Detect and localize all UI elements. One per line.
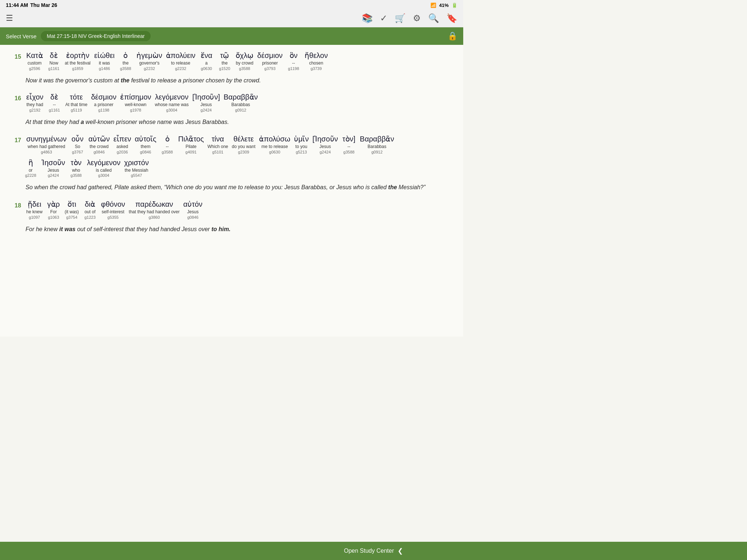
verse-18-block: 18 ᾔδει he knew g1097 γὰρ For g1063 ὅτι … <box>15 199 449 234</box>
word-group: εἰώθει it was g1486 <box>94 51 115 71</box>
word-group: Βαραββᾶν Barabbas g0912 <box>360 134 394 154</box>
header-bar: Select Verse Mat 27:15-18 NIV Greek-Engl… <box>0 27 463 45</box>
main-content: 15 Κατὰ custom g2596 δὲ Now g1161 ἑορτὴν… <box>0 45 463 337</box>
menu-icon[interactable]: ☰ <box>6 13 13 23</box>
status-day: Thu Mar 26 <box>30 2 57 8</box>
verse-17-row: 17 συνηγμένων when had gathered g4863 οὖ… <box>15 134 449 156</box>
bookmark-icon[interactable]: 🔖 <box>446 13 457 23</box>
status-time: 11:44 AM <box>6 2 28 8</box>
lock-icon: 🔒 <box>448 31 457 40</box>
word-group: χριστόν the Messiah g5547 <box>124 158 149 178</box>
word-group: δὲ -- g1161 <box>47 92 62 112</box>
verse-15-block: 15 Κατὰ custom g2596 δὲ Now g1161 ἑορτὴν… <box>15 51 449 85</box>
verse-17-translation: So when the crowd had gathered, Pilate a… <box>26 183 449 192</box>
check-icon[interactable]: ✓ <box>380 13 387 23</box>
word-group: [Ἰησοῦν] Jesus g2424 <box>192 92 220 112</box>
word-group: ἤθελον chosen g3739 <box>305 51 328 71</box>
word-group: ὁ the g3588 <box>118 51 133 71</box>
verse-17-block: 17 συνηγμένων when had gathered g4863 οὖ… <box>15 134 449 192</box>
word-group: ὁ -- g3588 <box>160 134 175 154</box>
word-group: οὖν So g3767 <box>70 134 85 154</box>
word-group: δέσμιον prisoner g3793 <box>257 51 282 71</box>
settings-icon[interactable]: ⚙ <box>413 13 421 23</box>
word-group: λεγόμενον whose name was g3004 <box>155 92 189 112</box>
word-group: ἑορτὴν at the festival g1859 <box>65 51 91 71</box>
verse-17-words: συνηγμένων when had gathered g4863 οὖν S… <box>26 134 398 156</box>
word-group: Βαραββᾶν Barabbas g0912 <box>224 92 258 112</box>
verse-16-row: 16 εἶχον they had g2192 δὲ -- g1161 τότε… <box>15 92 449 114</box>
word-group: τότε At that time g5119 <box>65 92 88 112</box>
word-group: ὃν -- g1198 <box>286 51 301 71</box>
word-group: εἶχον they had g2192 <box>26 92 43 112</box>
word-group: ὑμῖν to you g5213 <box>294 134 309 154</box>
word-group: τὸν] -- g3588 <box>342 134 356 154</box>
verse-17-words2: ἢ or g2228 Ἰησοῦν Jesus g2424 τὸν who g3… <box>23 158 152 179</box>
word-group: ἐπίσημον well-known g1978 <box>120 92 151 112</box>
verse-15-row: 15 Κατὰ custom g2596 δὲ Now g1161 ἑορτὴν… <box>15 51 449 72</box>
battery-level: 41% <box>439 3 449 8</box>
word-group: ὅτι (it was) g3754 <box>65 199 79 219</box>
word-group: Ἰησοῦν Jesus g2424 <box>42 158 65 178</box>
verse-18-words: ᾔδει he knew g1097 γὰρ For g1063 ὅτι (it… <box>26 199 206 221</box>
cart-icon[interactable]: 🛒 <box>395 13 406 23</box>
verse-15-words: Κατὰ custom g2596 δὲ Now g1161 ἑορτὴν at… <box>26 51 332 72</box>
word-group: ἕνα a g0630 <box>199 51 214 71</box>
word-group: ἀπολύειν to release g2232 <box>166 51 196 71</box>
word-group: εἶπεν asked g2036 <box>113 134 131 154</box>
verse-num-18: 18 <box>15 202 23 209</box>
word-group: τίνα Which one g5101 <box>208 134 228 154</box>
verse-16-words: εἶχον they had g2192 δὲ -- g1161 τότε At… <box>26 92 262 114</box>
word-group: ἡγεμὼν governor's g2232 <box>136 51 162 71</box>
library-icon[interactable]: 📚 <box>362 13 373 23</box>
word-group: αὐτοῖς them g0846 <box>135 134 156 154</box>
word-group: συνηγμένων when had gathered g4863 <box>26 134 66 154</box>
select-verse-button[interactable]: Select Verse <box>6 33 36 39</box>
word-group: δέσμιον a prisoner g1198 <box>91 92 116 112</box>
word-group: ὄχλῳ by crowd g3588 <box>236 51 254 71</box>
word-group: αὐτόν Jesus g0846 <box>183 199 203 219</box>
wifi-icon: 📶 <box>430 3 436 8</box>
verse-18-row: 18 ᾔδει he knew g1097 γὰρ For g1063 ὅτι … <box>15 199 449 221</box>
battery-icon: 🔋 <box>452 3 457 8</box>
word-group: θέλετε do you want g2309 <box>232 134 256 154</box>
word-group: διὰ out of g1223 <box>83 199 97 219</box>
word-group: Κατὰ custom g2596 <box>26 51 43 71</box>
verse-16-block: 16 εἶχον they had g2192 δὲ -- g1161 τότε… <box>15 92 449 127</box>
word-group: δὲ Now g1161 <box>47 51 61 71</box>
word-group: παρέδωκαν that they had handed over g386… <box>129 199 179 219</box>
status-bar: 11:44 AM Thu Mar 26 📶 41% 🔋 <box>0 0 463 10</box>
word-group: γὰρ For g1063 <box>46 199 61 219</box>
toolbar: ☰ 📚 ✓ 🛒 ⚙ 🔍 🔖 <box>0 10 463 27</box>
verse-num-17: 17 <box>15 137 23 144</box>
verse-num-16: 16 <box>15 95 23 102</box>
word-group: τὸν who g3588 <box>69 158 84 178</box>
verse-num-15: 15 <box>15 54 23 60</box>
word-group: ἀπολύσω me to release g0630 <box>259 134 290 154</box>
verse-18-translation: For he knew it was out of self-interest … <box>26 225 449 234</box>
word-group: [Ἰησοῦν Jesus g2424 <box>312 134 338 154</box>
word-group: φθόνον self-interest g5355 <box>101 199 125 219</box>
word-group: τῷ the g1520 <box>217 51 232 71</box>
verse-15-translation: Now it was the governor's custom at the … <box>26 76 449 85</box>
word-group: ᾔδει he knew g1097 <box>26 199 43 219</box>
word-group: αὐτῶν the crowd g0846 <box>88 134 109 154</box>
word-group: ἢ or g2228 <box>23 158 38 178</box>
word-group: Πιλᾶτος Pilate g4091 <box>178 134 204 154</box>
search-icon[interactable]: 🔍 <box>428 13 439 23</box>
word-group: λεγόμενον is called g3004 <box>87 158 121 178</box>
version-badge[interactable]: Mat 27:15-18 NIV Greek-English Interline… <box>41 31 150 41</box>
verse-16-translation: At that time they had a well-known priso… <box>26 117 449 127</box>
verse-17-row2: ἢ or g2228 Ἰησοῦν Jesus g2424 τὸν who g3… <box>23 158 449 179</box>
